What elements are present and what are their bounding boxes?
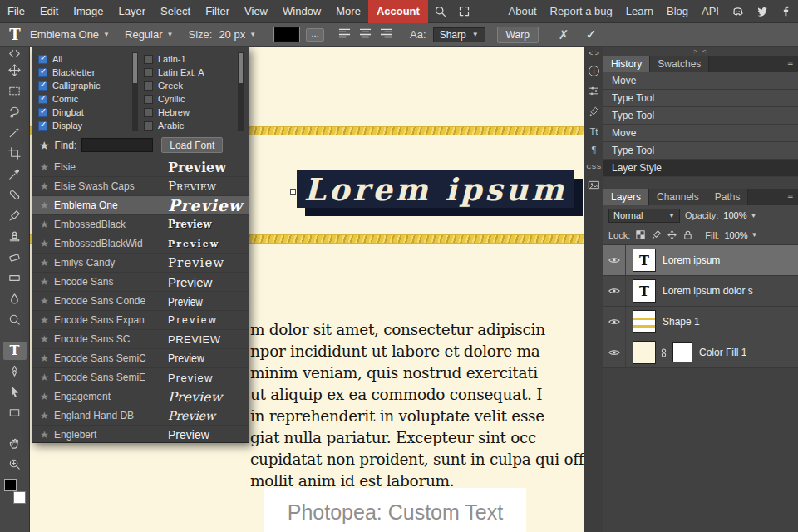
layer-row[interactable]: Shape 1 <box>603 307 798 337</box>
font-list-item[interactable]: ★Encode Sans SemiEPreview <box>32 368 249 387</box>
align-left-icon[interactable] <box>337 27 352 42</box>
text-box-handle[interactable] <box>290 189 296 195</box>
font-list-item[interactable]: ★Emilys CandyPreview <box>32 254 249 273</box>
lasso-tool-icon[interactable] <box>0 101 30 122</box>
favorite-star-icon[interactable]: ★ <box>40 372 52 383</box>
font-list-item[interactable]: ★Encode Sans ExpanPreview <box>32 311 249 330</box>
font-list-item[interactable]: ★Elsie Swash CapsPreview <box>32 177 249 196</box>
menu-report-a-bug[interactable]: Report a bug <box>544 0 619 23</box>
cancel-icon[interactable]: ✗ <box>559 27 569 42</box>
opacity-dropdown[interactable]: 100% ▼ <box>723 210 756 220</box>
favorite-star-icon[interactable]: ★ <box>40 295 52 307</box>
warp-button[interactable]: Warp <box>497 27 539 43</box>
panel-collapse-icon[interactable]: > < <box>603 47 798 56</box>
font-list-item[interactable]: ★England Hand DBPreview <box>32 406 249 426</box>
font-list-item[interactable]: ★EngagementPreview <box>32 387 249 406</box>
lock-transparency-icon[interactable] <box>635 229 646 240</box>
favorite-star-icon[interactable]: ★ <box>40 219 52 230</box>
align-right-icon[interactable] <box>379 27 393 42</box>
tab-channels[interactable]: Channels <box>649 189 707 205</box>
history-entry[interactable]: Type Tool <box>603 107 798 125</box>
menu-image[interactable]: Image <box>66 0 111 23</box>
fill-dropdown[interactable]: 100% ▼ <box>724 230 757 240</box>
history-entry[interactable]: Move <box>603 125 798 142</box>
category-item[interactable]: Hebrew <box>144 106 235 119</box>
fullscreen-icon[interactable] <box>452 5 476 17</box>
layer-row[interactable]: Color Fill 1 <box>603 337 798 368</box>
font-list-item[interactable]: ★EmbossedBlackPreview <box>32 215 249 234</box>
menu-about[interactable]: About <box>502 0 544 23</box>
load-font-button[interactable]: Load Font <box>161 137 223 153</box>
menu-filter[interactable]: Filter <box>198 0 237 23</box>
shape-layer-thumbnail[interactable] <box>633 310 656 333</box>
layer-mask-thumbnail[interactable] <box>672 342 692 362</box>
font-list-item[interactable]: ★EmbossedBlackWidPreview <box>32 234 249 254</box>
eraser-tool-icon[interactable] <box>0 247 30 268</box>
direct-select-tool-icon[interactable] <box>0 382 30 402</box>
lock-all-icon[interactable] <box>682 229 693 240</box>
favorite-star-icon[interactable]: ★ <box>40 276 52 288</box>
favorite-star-icon[interactable]: ★ <box>40 161 52 173</box>
menu-window[interactable]: Window <box>275 0 328 23</box>
font-list-item[interactable]: ★Encode Sans SemiCPreview <box>32 349 249 368</box>
favorite-star-icon[interactable]: ★ <box>40 257 52 268</box>
menu-select[interactable]: Select <box>153 0 198 23</box>
category-item[interactable]: Arabic <box>144 119 235 132</box>
menu-blog[interactable]: Blog <box>660 0 695 23</box>
blend-mode-dropdown[interactable]: Normal ▼ <box>608 209 680 223</box>
category-item[interactable]: Greek <box>144 79 235 92</box>
foreground-color-swatch[interactable] <box>4 479 17 491</box>
tab-swatches[interactable]: Swatches <box>650 56 709 72</box>
find-font-input[interactable] <box>81 138 153 152</box>
layer-visibility-eye-icon[interactable] <box>603 245 626 275</box>
font-list-item[interactable]: ★Encode Sans CondePreview <box>32 292 249 311</box>
magic-wand-tool-icon[interactable] <box>0 122 30 143</box>
category-item[interactable]: Latin-1 <box>144 52 235 66</box>
shape-tool-icon[interactable] <box>0 402 30 423</box>
eyedropper-tool-icon[interactable] <box>0 164 30 185</box>
mask-link-icon[interactable] <box>658 347 669 358</box>
strip-collapse-icon[interactable]: < > <box>589 49 599 57</box>
font-list-item-selected[interactable]: ★Emblema OnePreview <box>32 196 249 215</box>
layer-name[interactable]: Lorem ipsum dolor s <box>663 285 753 297</box>
text-layer-thumbnail[interactable]: T <box>633 249 656 272</box>
layer-name[interactable]: Shape 1 <box>663 316 700 328</box>
panel-menu-icon[interactable]: ≡ <box>787 56 798 72</box>
tab-paths[interactable]: Paths <box>707 189 749 205</box>
layer-visibility-eye-icon[interactable] <box>603 337 626 367</box>
favorite-star-icon[interactable]: ★ <box>40 391 52 402</box>
facebook-icon[interactable] <box>774 5 798 17</box>
dodge-tool-icon[interactable] <box>0 309 30 330</box>
type-tool-button[interactable]: T <box>0 340 30 361</box>
favorite-star-icon[interactable]: ★ <box>40 410 52 421</box>
layer-visibility-eye-icon[interactable] <box>603 307 626 337</box>
css-panel-icon[interactable]: CSS <box>587 163 602 170</box>
menu-more[interactable]: More <box>328 0 368 23</box>
align-center-icon[interactable] <box>358 27 372 42</box>
category-item[interactable]: Latin Ext. A <box>144 66 235 79</box>
pen-tool-icon[interactable] <box>0 361 30 382</box>
text-color-swatch[interactable] <box>274 27 299 42</box>
discord-icon[interactable] <box>726 5 750 17</box>
favorite-star-icon[interactable]: ★ <box>40 180 52 192</box>
font-list-item[interactable]: ★Encode Sans SCPREVIEW <box>32 330 249 349</box>
marquee-select-tool-icon[interactable] <box>0 81 30 101</box>
category-item[interactable]: Blackletter <box>38 66 130 79</box>
font-family-dropdown[interactable]: Emblema One ▼ <box>30 28 110 41</box>
adjustments-panel-icon[interactable] <box>588 85 600 97</box>
paragraph-panel-icon[interactable]: ¶ <box>592 145 597 155</box>
background-color-swatch[interactable] <box>13 491 26 504</box>
font-list-item[interactable]: ★EnglebertPreview <box>32 426 249 442</box>
lock-pixels-icon[interactable] <box>651 229 662 240</box>
menu-edit[interactable]: Edit <box>32 0 66 23</box>
layer-row-selected[interactable]: T Lorem ipsum <box>603 245 798 276</box>
category-scrollbar[interactable] <box>238 52 244 131</box>
menu-view[interactable]: View <box>237 0 275 23</box>
brush-tool-icon[interactable] <box>0 205 30 226</box>
favorite-star-icon[interactable]: ★ <box>40 429 52 441</box>
favorite-star-icon[interactable]: ★ <box>40 314 52 326</box>
menu-layer[interactable]: Layer <box>111 0 154 23</box>
font-size-dropdown[interactable]: 20 px ▼ <box>219 28 256 41</box>
category-item[interactable]: Display <box>38 119 130 132</box>
history-entry[interactable]: Type Tool <box>603 90 798 107</box>
